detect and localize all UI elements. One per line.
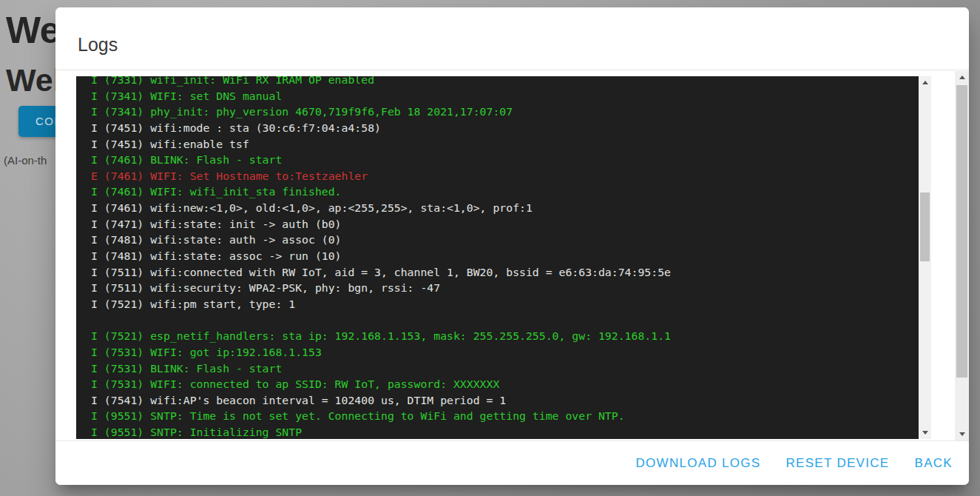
log-line: I (7451) wifi:enable tsf <box>91 136 919 153</box>
log-line: I (7531) WIFI: connected to ap SSID: RW … <box>91 376 919 392</box>
reset-device-button[interactable]: RESET DEVICE <box>786 456 890 471</box>
log-line: I (7531) WIFI: got ip:192.168.1.153 <box>91 344 919 361</box>
console-scrollbar[interactable] <box>919 76 931 439</box>
dialog-header: Logs <box>55 7 969 70</box>
log-line: I (7461) BLINK: Flash - start <box>91 152 919 168</box>
dialog-body: I (7331) wifi_init: WiFi RX IRAM OP enab… <box>55 71 955 440</box>
log-line: I (9551) SNTP: Initializing SNTP <box>91 424 919 439</box>
page-caption: (AI-on-th <box>4 154 47 167</box>
log-line: I (7471) wifi:state: init -> auth (b0) <box>91 216 919 232</box>
log-line: I (7461) WIFI: wifi_init_sta finished. <box>91 184 919 200</box>
log-line: I (7451) wifi:mode : sta (30:c6:f7:04:a4… <box>91 120 919 136</box>
log-text: I (7331) wifi_init: WiFi RX IRAM OP enab… <box>76 76 919 439</box>
back-button[interactable]: BACK <box>915 456 953 471</box>
log-line: I (7341) phy_init: phy_version 4670,719f… <box>91 104 919 120</box>
logs-dialog: Logs I (7331) wifi_init: WiFi RX IRAM OP… <box>55 7 969 485</box>
log-line: I (7511) wifi:security: WPA2-PSK, phy: b… <box>91 280 919 296</box>
scroll-down-arrow-icon[interactable] <box>955 428 969 440</box>
log-line: I (7541) wifi:AP's beacon interval = 102… <box>91 392 919 409</box>
scroll-up-arrow-icon[interactable] <box>919 76 931 89</box>
scroll-up-arrow-icon[interactable] <box>955 71 969 84</box>
log-line: I (7331) wifi_init: WiFi RX IRAM OP enab… <box>91 76 919 88</box>
log-line: I (7521) wifi:pm start, type: 1 <box>91 296 919 312</box>
log-line: I (7511) wifi:connected with RW IoT, aid… <box>91 264 919 281</box>
log-console[interactable]: I (7331) wifi_init: WiFi RX IRAM OP enab… <box>76 76 931 439</box>
dialog-scrollbar[interactable] <box>955 71 969 440</box>
dialog-title: Logs <box>78 34 118 56</box>
log-line: I (7531) BLINK: Flash - start <box>91 361 919 377</box>
page-subtitle-heading: Wel <box>6 62 62 98</box>
download-logs-button[interactable]: DOWNLOAD LOGS <box>636 456 761 471</box>
log-line: I (7341) WIFI: set DNS manual <box>91 88 919 104</box>
log-line: I (7481) wifi:state: auth -> assoc (0) <box>91 232 919 248</box>
scroll-down-arrow-icon[interactable] <box>919 426 931 439</box>
dialog-scrollbar-thumb[interactable] <box>956 85 967 378</box>
log-line <box>91 312 919 329</box>
log-line: I (7461) wifi:new:<1,0>, old:<1,0>, ap:<… <box>91 200 919 216</box>
log-line: I (7481) wifi:state: assoc -> run (10) <box>91 248 919 264</box>
log-line: E (7461) WIFI: Set Hostname to:Testzaehl… <box>91 168 919 184</box>
console-scrollbar-thumb[interactable] <box>920 192 930 261</box>
dialog-footer: DOWNLOAD LOGS RESET DEVICE BACK <box>55 440 969 485</box>
page-title: We <box>6 9 60 52</box>
log-line: I (9551) SNTP: Time is not set yet. Conn… <box>91 408 919 424</box>
log-line: I (7521) esp_netif_handlers: sta ip: 192… <box>91 328 919 344</box>
